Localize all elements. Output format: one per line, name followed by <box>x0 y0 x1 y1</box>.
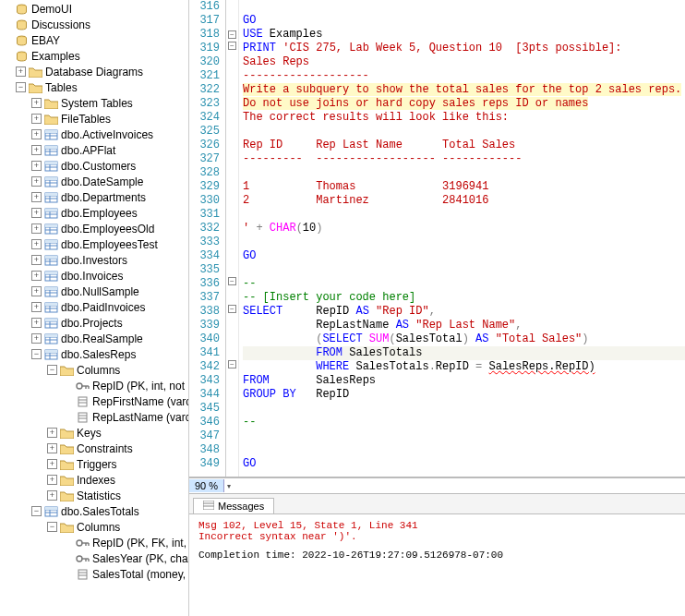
tree-item[interactable]: RepID (PK, FK, int, no <box>0 535 188 550</box>
tree-item[interactable]: +dbo.Investors <box>0 252 188 268</box>
tree-item[interactable]: SalesTotal (money, n <box>0 566 188 582</box>
expand-toggle[interactable]: + <box>47 490 57 501</box>
tree-item[interactable]: +dbo.EmployeesOld <box>0 221 188 236</box>
tree-item[interactable]: +dbo.DateSample <box>0 174 188 189</box>
code-line[interactable]: 2 Martinez 2841016 <box>243 194 685 208</box>
code-line[interactable]: GO <box>243 249 685 263</box>
code-line[interactable]: FROM SalesReps <box>243 374 685 388</box>
expand-toggle[interactable]: + <box>47 475 57 485</box>
code-line[interactable] <box>243 166 685 180</box>
expand-toggle[interactable]: + <box>47 443 57 453</box>
fold-toggle[interactable]: − <box>228 360 236 368</box>
tree-item[interactable]: +Triggers <box>0 456 188 472</box>
expand-toggle[interactable]: + <box>47 459 57 469</box>
expand-toggle[interactable]: + <box>31 129 42 139</box>
tab-messages[interactable]: Messages <box>193 498 274 513</box>
expand-toggle[interactable]: + <box>16 66 26 77</box>
tree-item[interactable]: DemoUI <box>0 1 188 17</box>
code-line[interactable]: Rep ID Rep Last Name Total Sales <box>243 139 685 152</box>
code-line[interactable]: -- [Insert your code here] <box>243 291 685 305</box>
expand-toggle[interactable]: + <box>31 145 42 155</box>
fold-toggle[interactable]: − <box>228 42 236 50</box>
code-line[interactable]: FROM SalesTotals <box>243 346 685 360</box>
tree-item[interactable]: +dbo.RealSample <box>0 331 188 346</box>
expand-toggle[interactable]: + <box>31 271 42 281</box>
tree-item[interactable]: −dbo.SalesReps <box>0 346 188 362</box>
fold-toggle[interactable]: − <box>228 30 236 39</box>
fold-column[interactable]: −−−−− <box>226 0 239 477</box>
expand-toggle[interactable]: + <box>31 98 42 108</box>
tree-item[interactable]: +Indexes <box>0 472 188 488</box>
results-tabstrip[interactable]: Messages <box>189 494 685 514</box>
tree-item[interactable]: +Database Diagrams <box>0 64 188 79</box>
code-line[interactable] <box>243 125 685 139</box>
tree-item[interactable]: −Tables <box>0 79 188 95</box>
expand-toggle[interactable]: + <box>31 208 42 218</box>
expand-toggle[interactable]: + <box>31 302 42 312</box>
tree-item[interactable]: SalesYear (PK, char(4 <box>0 550 188 566</box>
code-line[interactable] <box>243 443 685 457</box>
code-line[interactable] <box>243 402 685 416</box>
code-line[interactable]: ' + CHAR(10) <box>243 222 685 236</box>
zoom-value[interactable]: 90 % <box>189 479 224 492</box>
code-line[interactable]: RepLastName AS "Rep Last Name", <box>243 319 685 332</box>
tree-item[interactable]: Examples <box>0 48 188 64</box>
code-line[interactable]: -- <box>243 277 685 291</box>
expand-toggle[interactable]: − <box>47 522 57 532</box>
code-line[interactable]: -- <box>243 416 685 429</box>
tree-item[interactable]: +Statistics <box>0 488 188 503</box>
code-line[interactable] <box>243 0 685 14</box>
code-line[interactable]: SELECT RepID AS "Rep ID", <box>243 305 685 319</box>
tree-item[interactable]: +dbo.NullSample <box>0 284 188 299</box>
code-line[interactable]: GO <box>243 14 685 28</box>
code-line[interactable] <box>243 429 685 443</box>
expand-toggle[interactable]: + <box>31 286 42 296</box>
expand-toggle[interactable]: + <box>31 239 42 249</box>
code-line[interactable] <box>243 236 685 249</box>
tree-item[interactable]: +dbo.Invoices <box>0 268 188 284</box>
zoom-dropdown-icon[interactable]: ▾ <box>224 482 234 490</box>
code-line[interactable]: 1 Thomas 3196941 <box>243 180 685 194</box>
tree-item[interactable]: +dbo.Customers <box>0 158 188 174</box>
code-line[interactable]: The correct results will look like this: <box>243 111 685 125</box>
code-line[interactable] <box>243 208 685 222</box>
code-line[interactable]: PRINT 'CIS 275, Lab Week 5, Question 10 … <box>243 42 685 55</box>
tree-item[interactable]: +dbo.ActiveInvoices <box>0 127 188 142</box>
expand-toggle[interactable]: + <box>31 223 42 234</box>
tree-item[interactable]: +System Tables <box>0 95 188 111</box>
tree-item[interactable]: +dbo.PaidInvoices <box>0 299 188 315</box>
expand-toggle[interactable]: − <box>47 365 57 375</box>
tree-item[interactable]: RepID (PK, int, not n <box>0 378 188 393</box>
code-line[interactable]: GO <box>243 457 685 471</box>
code-line[interactable]: ------------------- <box>243 69 685 83</box>
expand-toggle[interactable]: − <box>16 82 26 92</box>
messages-pane[interactable]: Msg 102, Level 15, State 1, Line 341 Inc… <box>189 514 685 616</box>
tree-item[interactable]: −dbo.SalesTotals <box>0 503 188 519</box>
object-explorer[interactable]: DemoUIDiscussionsEBAYExamples+Database D… <box>0 0 189 616</box>
tree-item[interactable]: −Columns <box>0 519 188 535</box>
code-line[interactable]: GROUP BY RepID <box>243 388 685 402</box>
tree-item[interactable]: Discussions <box>0 17 188 32</box>
tree-item[interactable]: −Columns <box>0 362 188 378</box>
code-line[interactable] <box>243 263 685 277</box>
code-line[interactable]: USE Examples <box>243 28 685 42</box>
tree-item[interactable]: RepFirstName (varch <box>0 393 188 409</box>
tree-item[interactable]: RepLastName (varch <box>0 409 188 425</box>
code-editor[interactable]: 3163173183193203213223233243253263273283… <box>189 0 685 477</box>
expand-toggle[interactable]: + <box>31 255 42 265</box>
tree-item[interactable]: +dbo.EmployeesTest <box>0 236 188 252</box>
tree-item[interactable]: EBAY <box>0 32 188 48</box>
expand-toggle[interactable]: + <box>31 161 42 171</box>
code-line[interactable]: WHERE SalesTotals.RepID = SalesReps.RepI… <box>243 360 685 374</box>
tree-item[interactable]: +Keys <box>0 425 188 441</box>
fold-toggle[interactable]: − <box>228 305 236 313</box>
tree-item[interactable]: +dbo.Departments <box>0 189 188 205</box>
code-line[interactable]: Do not use joins or hard copy sales reps… <box>243 97 685 111</box>
expand-toggle[interactable]: + <box>31 333 42 344</box>
expand-toggle[interactable]: − <box>31 506 42 516</box>
tree-item[interactable]: +Constraints <box>0 441 188 456</box>
tree-item[interactable]: +dbo.Employees <box>0 205 188 221</box>
tree-item[interactable]: +dbo.APFlat <box>0 142 188 158</box>
code-body[interactable]: GOUSE ExamplesPRINT 'CIS 275, Lab Week 5… <box>239 0 685 477</box>
expand-toggle[interactable]: + <box>31 114 42 124</box>
